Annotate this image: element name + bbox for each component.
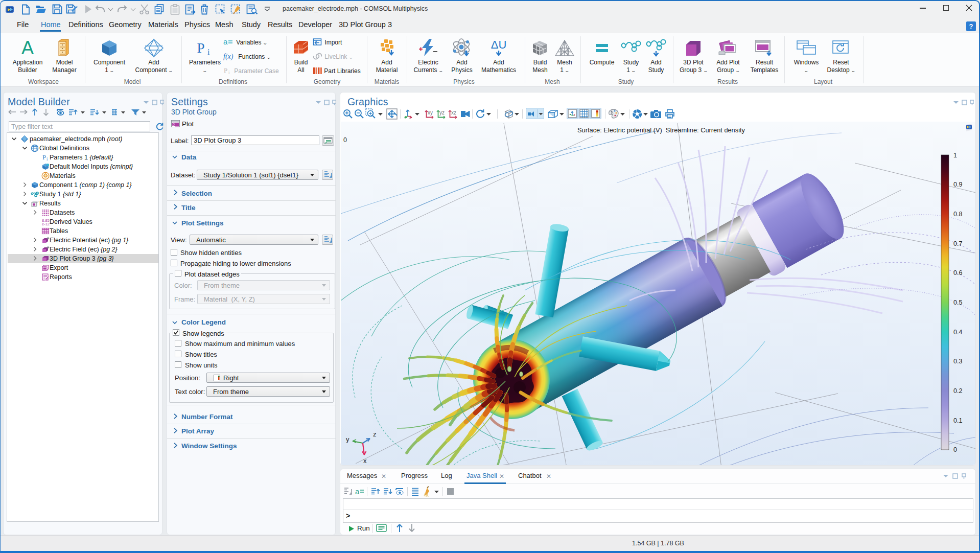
svg-text:0.8: 0.8 bbox=[953, 211, 962, 218]
svg-text:f(x): f(x) bbox=[223, 53, 234, 60]
svg-text:0.5: 0.5 bbox=[953, 299, 962, 306]
svg-text:0.1: 0.1 bbox=[953, 417, 962, 424]
svg-text:0.6: 0.6 bbox=[953, 269, 962, 276]
svg-text:0.9: 0.9 bbox=[953, 181, 962, 188]
svg-text:a: a bbox=[223, 38, 228, 46]
svg-text:a: a bbox=[355, 487, 360, 496]
svg-text:0.2: 0.2 bbox=[953, 387, 962, 395]
svg-text:0: 0 bbox=[953, 446, 957, 453]
svg-text:P: P bbox=[42, 153, 46, 161]
svg-text:1: 1 bbox=[953, 152, 957, 159]
svg-text:P: P bbox=[197, 40, 204, 56]
svg-text:i: i bbox=[46, 156, 48, 162]
svg-text:i: i bbox=[228, 70, 230, 75]
svg-text:ΔU: ΔU bbox=[491, 38, 507, 51]
svg-text:z: z bbox=[373, 430, 377, 438]
svg-text:0.4: 0.4 bbox=[953, 329, 962, 336]
svg-text:yz: yz bbox=[439, 110, 445, 116]
svg-text:0: 0 bbox=[343, 136, 347, 144]
svg-text:0.7: 0.7 bbox=[953, 240, 962, 247]
svg-text:i: i bbox=[207, 48, 210, 56]
svg-text:Surface: Electric potential (V: Surface: Electric potential (V) Streamli… bbox=[577, 126, 745, 134]
svg-text:x: x bbox=[363, 457, 367, 465]
svg-text:0.3: 0.3 bbox=[953, 358, 962, 365]
svg-text:xz: xz bbox=[451, 110, 456, 116]
svg-text:y: y bbox=[346, 435, 349, 443]
svg-text:xy: xy bbox=[428, 110, 433, 116]
svg-text:P: P bbox=[224, 66, 227, 74]
svg-text:e-12: e-12 bbox=[42, 222, 50, 226]
svg-text:A: A bbox=[21, 38, 34, 58]
